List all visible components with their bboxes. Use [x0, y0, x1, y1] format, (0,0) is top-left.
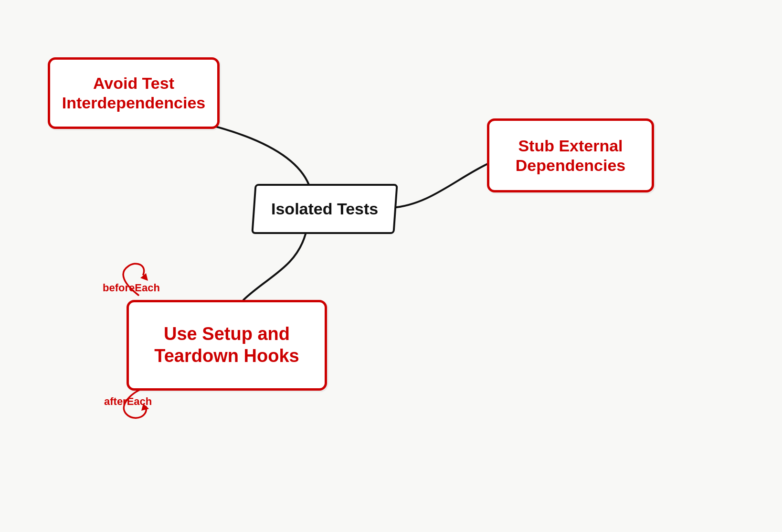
avoid-test-node: Avoid Test Interdependencies [48, 57, 220, 129]
avoid-test-label: Avoid Test Interdependencies [62, 74, 205, 113]
diagram-container: Avoid Test Interdependencies Isolated Te… [0, 0, 782, 532]
after-each-label: afterEach [104, 395, 152, 408]
use-setup-label: Use Setup and Teardown Hooks [154, 323, 299, 367]
before-each-label: beforeEach [103, 282, 160, 294]
isolated-tests-label: Isolated Tests [271, 199, 378, 219]
stub-external-node: Stub External Dependencies [487, 118, 654, 192]
isolated-tests-node: Isolated Tests [251, 184, 398, 234]
use-setup-node: Use Setup and Teardown Hooks [127, 300, 327, 391]
svg-marker-3 [140, 273, 148, 281]
stub-external-label: Stub External Dependencies [516, 136, 626, 175]
